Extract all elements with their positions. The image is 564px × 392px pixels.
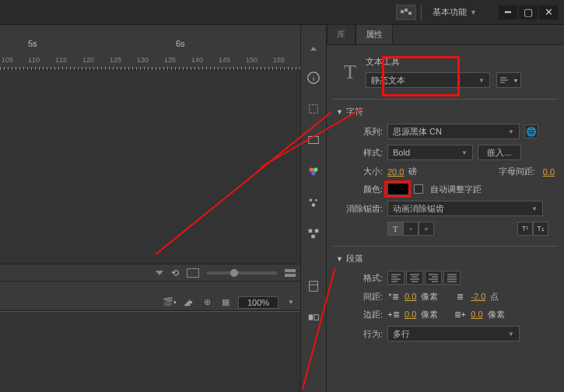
arrow-down-icon: ▼ [336, 255, 343, 263]
behavior-dropdown[interactable]: 多行 ▼ [387, 326, 520, 341]
zoom-menu-icon[interactable]: ▼ [285, 296, 297, 309]
components-panel-icon[interactable] [303, 307, 324, 327]
tab-library[interactable]: 库 [327, 24, 356, 44]
align-center-button[interactable] [406, 271, 423, 285]
chevron-down-icon: ▼ [513, 78, 518, 83]
font-source-button[interactable]: 🌐 [524, 124, 538, 138]
section-character-label: 字符 [346, 106, 363, 117]
loop-icon[interactable]: ⟲ [171, 268, 179, 278]
color-panel-icon[interactable] [303, 192, 324, 212]
font-size-unit: 磅 [408, 166, 417, 177]
frame-tick: 115 [55, 56, 67, 64]
align-panel-icon[interactable] [303, 223, 324, 243]
behavior-label: 行为: [349, 328, 383, 340]
rect-panel-icon[interactable] [303, 130, 324, 150]
antialias-label: 消除锯齿: [336, 203, 383, 215]
section-paragraph-label: 段落 [346, 253, 363, 264]
symbol-menu-icon[interactable]: ◢▾ [182, 296, 194, 309]
stage[interactable] [0, 311, 300, 392]
timeline-ruler[interactable]: 5s 6s 105 110 115 120 125 130 135 140 14… [0, 39, 300, 62]
margin-left-unit: 像素 [421, 309, 438, 320]
margin-left-input[interactable]: 0.0 [405, 310, 416, 319]
antialias-dropdown[interactable]: 动画消除锯齿 ▼ [387, 201, 543, 216]
svg-rect-19 [314, 314, 318, 320]
extensions-button[interactable] [396, 5, 416, 20]
margin-right-input[interactable]: 0.0 [471, 310, 482, 319]
font-family-dropdown[interactable]: 思源黑体 CN ▼ [387, 124, 520, 139]
center-stage-icon[interactable]: ⊕ [201, 296, 213, 309]
separator [421, 5, 422, 20]
subscript-button[interactable]: T₁ [533, 222, 548, 236]
zoom-max-icon[interactable] [285, 269, 296, 277]
text-color-swatch[interactable] [387, 183, 409, 195]
section-character: ▼ 字符 系列: 思源黑体 CN ▼ 🌐 样式: Bold ▼ [333, 99, 558, 246]
frame-tick: 145 [219, 56, 230, 64]
spacing-right-input[interactable]: -2.0 [471, 292, 485, 301]
text-type-dropdown[interactable]: 静态文本 ▼ [366, 72, 490, 88]
window-buttons: ━ ▢ ✕ [499, 5, 558, 19]
align-right-button[interactable] [425, 271, 442, 285]
transform-panel-icon[interactable] [303, 99, 324, 119]
frame-tick: 110 [28, 56, 40, 64]
top-bar: 基本功能 ▼ ━ ▢ ✕ [0, 0, 564, 25]
clip-icon[interactable]: ▦ [219, 296, 232, 309]
autokern-checkbox[interactable] [414, 184, 423, 194]
scene-menu-icon[interactable]: 🎬▾ [163, 296, 176, 309]
section-character-toggle[interactable]: ▼ 字符 [336, 106, 555, 117]
svg-text:i: i [313, 74, 314, 82]
superscript-toggle[interactable]: ◦ [403, 222, 419, 236]
slider-thumb[interactable] [230, 269, 238, 277]
library-panel-icon[interactable] [303, 276, 324, 296]
text-tool-icon: T [344, 61, 356, 84]
timeline-menu-icon[interactable] [156, 271, 163, 275]
time-mark: 5s [28, 39, 37, 48]
autokern-label: 自动调整字距 [430, 184, 482, 195]
selectable-toggle[interactable]: T [387, 222, 403, 236]
dock-strip: i [300, 25, 327, 392]
margin-label: 边距: [349, 309, 383, 320]
spacing-label: 间距: [349, 291, 383, 303]
maximize-button[interactable]: ▢ [519, 5, 538, 19]
spacing-left-input[interactable]: 0.0 [405, 292, 416, 301]
tool-title: 文本工具 [366, 56, 553, 68]
margin-left-icon: +≣ [387, 308, 400, 320]
align-left-button[interactable] [387, 271, 405, 285]
font-style-label: 样式: [349, 147, 383, 159]
svg-point-8 [314, 168, 317, 172]
svg-rect-2 [408, 12, 412, 15]
font-family-value: 思源黑体 CN [393, 126, 442, 138]
zoom-input[interactable]: 100% [238, 296, 278, 309]
spacing-right-unit: 点 [490, 291, 499, 303]
font-style-dropdown[interactable]: Bold ▼ [387, 145, 473, 160]
superscript-button[interactable]: T¹ [517, 222, 533, 236]
marker-icon[interactable] [187, 268, 199, 278]
panel-tabs: 库 属性 [327, 25, 564, 45]
color-label: 颜色: [349, 184, 383, 195]
svg-point-7 [310, 168, 314, 172]
svg-rect-5 [310, 105, 318, 114]
section-paragraph-toggle[interactable]: ▼ 段落 [336, 253, 555, 264]
info-panel-icon[interactable]: i [303, 68, 324, 88]
svg-rect-15 [311, 235, 315, 239]
dock-expand-icon[interactable] [310, 47, 317, 51]
font-size-input[interactable]: 20.0 [387, 167, 404, 177]
spacing-left-unit: 像素 [421, 291, 438, 303]
swatches-panel-icon[interactable] [303, 161, 324, 181]
embed-button[interactable]: 嵌入... [478, 145, 521, 160]
arrow-down-icon: ▼ [336, 108, 343, 116]
workspace-switcher[interactable]: 基本功能 ▼ [426, 5, 483, 19]
subscript-toggle[interactable]: ▫ [419, 222, 434, 236]
tab-properties[interactable]: 属性 [356, 24, 393, 44]
frame-tick: 120 [82, 56, 94, 64]
letter-spacing-input[interactable]: 0.0 [543, 167, 555, 177]
timeline-body[interactable] [0, 70, 300, 264]
svg-rect-1 [405, 9, 408, 12]
close-button[interactable]: ✕ [539, 5, 558, 19]
align-justify-button[interactable] [443, 271, 461, 285]
text-orientation-button[interactable]: ▼ [496, 72, 521, 88]
minimize-button[interactable]: ━ [499, 5, 517, 19]
zoom-slider[interactable] [207, 271, 277, 275]
svg-point-9 [311, 171, 315, 175]
format-label: 格式: [349, 272, 383, 284]
behavior-value: 多行 [393, 328, 410, 340]
